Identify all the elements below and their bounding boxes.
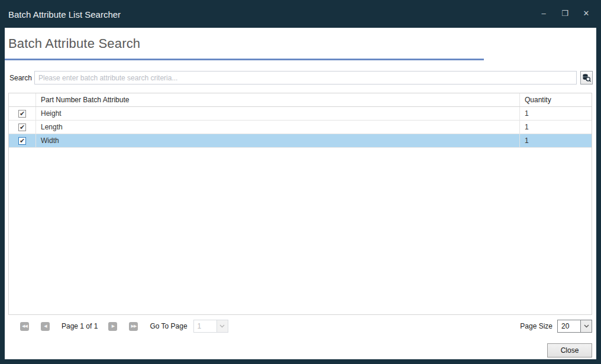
header-quantity-column[interactable]: Quantity bbox=[520, 93, 592, 106]
search-table-icon bbox=[582, 73, 591, 82]
row-checkbox[interactable]: ✔ bbox=[18, 137, 26, 145]
search-label: Search bbox=[9, 74, 32, 82]
titlebar: Batch Attribute List Searcher – ❒ ✕ bbox=[0, 0, 601, 28]
table-row-selected[interactable]: ✔ Width 1 bbox=[9, 134, 592, 148]
quantity-cell: 1 bbox=[520, 107, 592, 120]
app-window: Batch Attribute List Searcher – ❒ ✕ Batc… bbox=[0, 0, 601, 364]
page-title: Batch Attribute Search bbox=[8, 36, 140, 51]
last-page-icon[interactable]: ▶▶ bbox=[129, 322, 138, 331]
heading-divider bbox=[5, 58, 484, 60]
quantity-cell: 1 bbox=[520, 134, 592, 147]
goto-page-combobox[interactable]: 1 bbox=[193, 320, 228, 333]
minimize-icon[interactable]: – bbox=[539, 8, 548, 19]
window-controls: – ❒ ✕ bbox=[539, 8, 590, 19]
pagination-controls: ◀◀ ◀ Page 1 of 1 ▶ ▶▶ Go To Page 1 bbox=[20, 320, 228, 333]
search-row: Search bbox=[5, 71, 596, 85]
attribute-cell: Length bbox=[36, 121, 520, 134]
row-checkbox[interactable]: ✔ bbox=[18, 124, 26, 131]
attribute-cell: Width bbox=[36, 134, 520, 147]
close-icon[interactable]: ✕ bbox=[582, 8, 590, 19]
window-title: Batch Attribute List Searcher bbox=[8, 9, 121, 20]
maximize-icon[interactable]: ❒ bbox=[561, 8, 569, 19]
page-size-label: Page Size bbox=[520, 322, 552, 330]
previous-page-icon[interactable]: ◀ bbox=[41, 322, 50, 331]
goto-page-label: Go To Page bbox=[150, 322, 187, 330]
search-input[interactable] bbox=[34, 71, 577, 84]
table-row[interactable]: ✔ Length 1 bbox=[9, 121, 592, 134]
pagination-bar: ◀◀ ◀ Page 1 of 1 ▶ ▶▶ Go To Page 1 Page … bbox=[5, 320, 596, 334]
first-page-icon[interactable]: ◀◀ bbox=[20, 322, 29, 331]
page-size-controls: Page Size 20 bbox=[520, 320, 592, 333]
quantity-cell: 1 bbox=[520, 121, 592, 134]
chevron-down-icon[interactable] bbox=[217, 320, 228, 332]
page-size-value: 20 bbox=[558, 320, 580, 332]
header-attribute-column[interactable]: Part Number Batch Attribute bbox=[36, 93, 520, 106]
goto-page-value: 1 bbox=[194, 320, 217, 332]
search-button[interactable] bbox=[580, 71, 593, 84]
page-status: Page 1 of 1 bbox=[62, 322, 98, 330]
table-header-row: Part Number Batch Attribute Quantity bbox=[9, 93, 592, 107]
attribute-cell: Height bbox=[36, 107, 520, 120]
attributes-table: Part Number Batch Attribute Quantity ✔ H… bbox=[8, 93, 592, 315]
page-size-combobox[interactable]: 20 bbox=[557, 320, 592, 333]
close-button[interactable]: Close bbox=[547, 343, 592, 358]
table-row[interactable]: ✔ Height 1 bbox=[9, 107, 592, 121]
row-checkbox[interactable]: ✔ bbox=[18, 110, 26, 118]
next-page-icon[interactable]: ▶ bbox=[108, 322, 117, 331]
header-checkbox-column bbox=[9, 93, 36, 106]
chevron-down-icon[interactable] bbox=[580, 320, 592, 332]
dialog-content: Batch Attribute Search Search bbox=[5, 28, 596, 359]
